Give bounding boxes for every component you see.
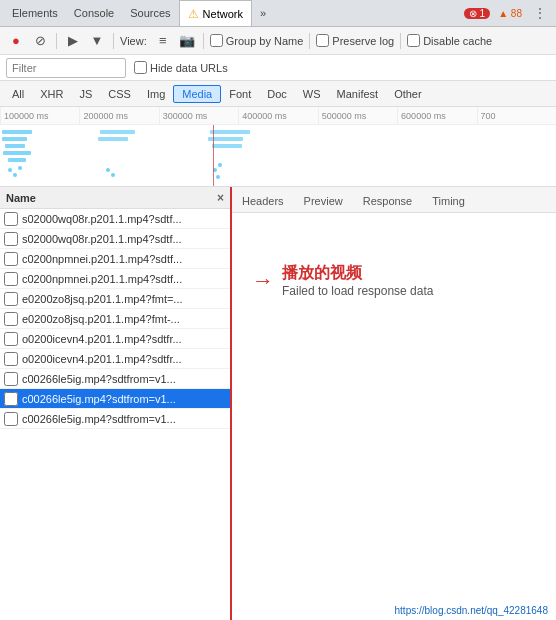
item-name: c0200npmnei.p201.1.mp4?sdtf...	[22, 273, 182, 285]
svg-point-17	[216, 175, 220, 179]
list-item[interactable]: c00266le5ig.mp4?sdtfrom=v1...	[0, 369, 230, 389]
tick-2: 200000 ms	[79, 107, 158, 124]
list-item[interactable]: e0200zo8jsq.p201.1.mp4?fmt=...	[0, 289, 230, 309]
type-tab-xhr[interactable]: XHR	[32, 86, 71, 102]
svg-rect-1	[2, 137, 27, 141]
clear-button[interactable]: ⊘	[30, 31, 50, 51]
item-checkbox[interactable]	[4, 212, 18, 226]
separator-5	[400, 33, 401, 49]
list-item[interactable]: c00266le5ig.mp4?sdtfrom=v1...	[0, 409, 230, 429]
type-tab-doc[interactable]: Doc	[259, 86, 295, 102]
item-checkbox[interactable]	[4, 352, 18, 366]
preserve-log-label[interactable]: Preserve log	[316, 34, 394, 47]
list-item[interactable]: o0200icevn4.p201.1.mp4?sdtfr...	[0, 329, 230, 349]
screenshot-button[interactable]: 📷	[177, 31, 197, 51]
status-bar: https://blog.csdn.net/qq_42281648	[395, 605, 548, 616]
separator-4	[309, 33, 310, 49]
tick-3: 300000 ms	[159, 107, 238, 124]
item-checkbox[interactable]	[4, 392, 18, 406]
disable-cache-label[interactable]: Disable cache	[407, 34, 492, 47]
tab-preview[interactable]: Preview	[294, 192, 353, 212]
devtools-window: Elements Console Sources ⚠ Network » ⊗ 1…	[0, 0, 556, 620]
item-checkbox[interactable]	[4, 372, 18, 386]
disable-cache-checkbox[interactable]	[407, 34, 420, 47]
list-item[interactable]: e0200zo8jsq.p201.1.mp4?fmt-...	[0, 309, 230, 329]
svg-rect-6	[98, 137, 128, 141]
close-panel-button[interactable]: ×	[217, 191, 224, 205]
item-name: c0200npmnei.p201.1.mp4?sdtf...	[22, 253, 182, 265]
list-view-button[interactable]: ≡	[153, 31, 173, 51]
type-tab-ws[interactable]: WS	[295, 86, 329, 102]
item-name: e0200zo8jsq.p201.1.mp4?fmt-...	[22, 313, 180, 325]
list-item[interactable]: s02000wq08r.p201.1.mp4?sdtf...	[0, 229, 230, 249]
filter-input[interactable]	[6, 58, 126, 78]
preserve-log-checkbox[interactable]	[316, 34, 329, 47]
status-url: https://blog.csdn.net/qq_42281648	[395, 605, 548, 616]
hide-data-urls-label[interactable]: Hide data URLs	[134, 61, 228, 74]
annotation-chinese: 播放的视频	[282, 263, 433, 284]
item-name: e0200zo8jsq.p201.1.mp4?fmt=...	[22, 293, 183, 305]
svg-rect-0	[2, 130, 32, 134]
list-item-selected[interactable]: c00266le5ig.mp4?sdtfrom=v1...	[0, 389, 230, 409]
top-tab-bar: Elements Console Sources ⚠ Network » ⊗ 1…	[0, 0, 556, 27]
svg-rect-7	[210, 130, 250, 134]
list-item[interactable]: c0200npmnei.p201.1.mp4?sdtf...	[0, 249, 230, 269]
tab-sources[interactable]: Sources	[122, 0, 178, 26]
more-options-button[interactable]: ⋮	[528, 6, 552, 20]
type-tab-css[interactable]: CSS	[100, 86, 139, 102]
type-tab-other[interactable]: Other	[386, 86, 430, 102]
list-item[interactable]: o0200icevn4.p201.1.mp4?sdtfr...	[0, 349, 230, 369]
tab-timing[interactable]: Timing	[422, 192, 475, 212]
type-tab-manifest[interactable]: Manifest	[329, 86, 387, 102]
svg-point-12	[18, 166, 22, 170]
item-checkbox[interactable]	[4, 232, 18, 246]
type-tab-all[interactable]: All	[4, 86, 32, 102]
error-badge: ⊗ 1	[464, 8, 490, 19]
svg-point-10	[8, 168, 12, 172]
tab-network[interactable]: ⚠ Network	[179, 0, 252, 26]
view-label: View:	[120, 35, 147, 47]
filter-bar: Hide data URLs	[0, 55, 556, 81]
separator-1	[56, 33, 57, 49]
item-checkbox[interactable]	[4, 312, 18, 326]
item-name: c00266le5ig.mp4?sdtfrom=v1...	[22, 413, 176, 425]
timeline-body	[0, 125, 556, 187]
video-button[interactable]: ▶	[63, 31, 83, 51]
item-checkbox[interactable]	[4, 292, 18, 306]
warning-badge: ▲ 88	[498, 8, 522, 19]
type-tab-media[interactable]: Media	[173, 85, 221, 103]
tab-headers[interactable]: Headers	[232, 192, 294, 212]
list-item[interactable]: c0200npmnei.p201.1.mp4?sdtf...	[0, 269, 230, 289]
tab-response[interactable]: Response	[353, 192, 423, 212]
tick-5: 500000 ms	[318, 107, 397, 124]
hide-data-urls-checkbox[interactable]	[134, 61, 147, 74]
item-name: o0200icevn4.p201.1.mp4?sdtfr...	[22, 333, 182, 345]
timeline-header: 100000 ms 200000 ms 300000 ms 400000 ms …	[0, 107, 556, 125]
split-pane: Name × s02000wq08r.p201.1.mp4?sdtf... s0…	[0, 187, 556, 620]
item-checkbox[interactable]	[4, 252, 18, 266]
tick-7: 700	[477, 107, 556, 124]
group-by-name-label[interactable]: Group by Name	[210, 34, 304, 47]
filter-button[interactable]: ▼	[87, 31, 107, 51]
tab-console[interactable]: Console	[66, 0, 122, 26]
tab-more[interactable]: »	[252, 0, 274, 26]
list-item[interactable]: s02000wq08r.p201.1.mp4?sdtf...	[0, 209, 230, 229]
type-tab-font[interactable]: Font	[221, 86, 259, 102]
record-button[interactable]: ●	[6, 31, 26, 51]
group-by-name-checkbox[interactable]	[210, 34, 223, 47]
annotation-english: Failed to load response data	[282, 284, 433, 298]
item-name: s02000wq08r.p201.1.mp4?sdtf...	[22, 233, 182, 245]
annotation-arrow-icon: →	[252, 268, 274, 294]
type-tab-img[interactable]: Img	[139, 86, 173, 102]
svg-rect-3	[3, 151, 31, 155]
timeline-area: 100000 ms 200000 ms 300000 ms 400000 ms …	[0, 107, 556, 187]
tick-4: 400000 ms	[238, 107, 317, 124]
type-tab-js[interactable]: JS	[71, 86, 100, 102]
svg-rect-2	[5, 144, 25, 148]
item-checkbox[interactable]	[4, 272, 18, 286]
toolbar: ● ⊘ ▶ ▼ View: ≡ 📷 Group by Name Preserve…	[0, 27, 556, 55]
item-checkbox[interactable]	[4, 332, 18, 346]
item-checkbox[interactable]	[4, 412, 18, 426]
item-name: c00266le5ig.mp4?sdtfrom=v1...	[22, 393, 176, 405]
tab-elements[interactable]: Elements	[4, 0, 66, 26]
